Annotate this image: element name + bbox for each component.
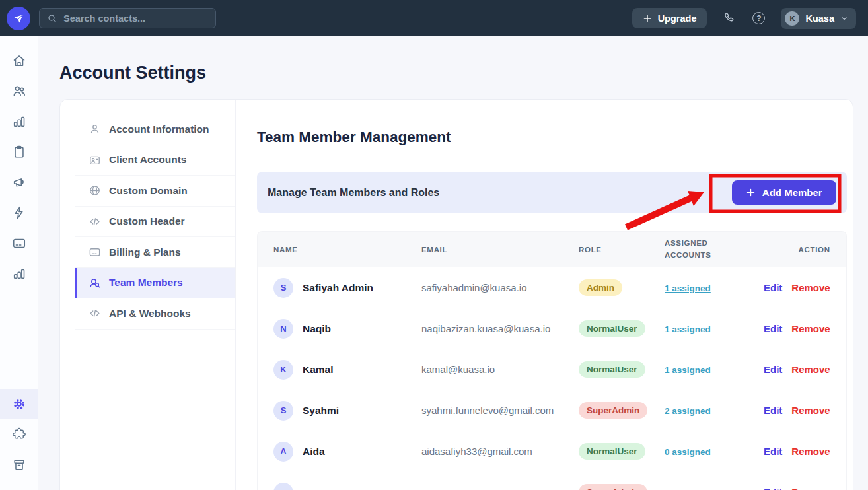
gear-icon[interactable]	[0, 389, 38, 419]
nav-label: API & Webhooks	[109, 308, 191, 320]
page-title: Account Settings	[59, 63, 206, 83]
section-heading: Team Member Management	[257, 129, 847, 146]
assigned-accounts-link[interactable]: 1 assigned	[665, 365, 711, 375]
member-email: safiyahadmin@kuasa.io	[421, 282, 579, 293]
column-action: ACTION	[764, 246, 830, 254]
nav-label: Billing & Plans	[109, 246, 181, 258]
nav-item-billing-plans[interactable]: Billing & Plans	[75, 237, 235, 268]
role-badge: Admin	[579, 279, 622, 296]
nav-item-account-information[interactable]: Account Information	[75, 114, 235, 145]
credit-card-icon[interactable]	[0, 228, 38, 258]
role-badge: SuperAdmin	[579, 484, 647, 490]
remove-link[interactable]: Remove	[791, 364, 830, 375]
user-menu[interactable]: K Kuasa	[781, 8, 856, 29]
plus-icon	[746, 188, 756, 197]
member-email: syahmi.funnelevo@gmail.com	[421, 405, 579, 416]
assigned-accounts-link[interactable]: 2 assigned	[665, 406, 711, 416]
assigned-accounts-link[interactable]: 1 assigned	[665, 283, 711, 293]
avatar	[273, 483, 293, 490]
globe-icon	[89, 184, 101, 197]
megaphone-icon[interactable]	[0, 167, 38, 197]
table-row: SuperAdmin Edit Remove	[258, 472, 846, 490]
edit-link[interactable]: Edit	[764, 487, 782, 490]
member-email: aidasafiyh33@gmail.com	[421, 446, 579, 457]
nav-label: Team Members	[109, 277, 183, 289]
topbar: Upgrade K Kuasa	[0, 0, 868, 36]
role-badge: NormalUser	[579, 443, 645, 460]
phone-icon[interactable]	[723, 11, 737, 25]
table-header: NAME EMAIL ROLE ASSIGNED ACCOUNTS ACTION	[258, 232, 846, 267]
upgrade-label: Upgrade	[658, 13, 697, 24]
member-email: kamal@kuasa.io	[421, 364, 579, 375]
member-name: Syahmi	[303, 405, 339, 417]
add-member-button[interactable]: Add Member	[732, 180, 836, 205]
team-member-content: Team Member Management Manage Team Membe…	[236, 100, 853, 490]
remove-link[interactable]: Remove	[791, 405, 830, 416]
nav-item-team-members[interactable]: Team Members	[75, 268, 235, 299]
member-name: Aida	[303, 446, 325, 458]
avatar: A	[273, 442, 293, 462]
paper-plane-icon	[13, 13, 24, 24]
search-icon	[47, 13, 57, 24]
client-card-icon	[89, 154, 101, 166]
person-icon	[89, 123, 101, 135]
nav-label: Account Information	[109, 123, 209, 135]
search-input[interactable]	[63, 13, 208, 24]
help-icon[interactable]	[752, 12, 765, 24]
contacts-icon[interactable]	[0, 76, 38, 106]
search-box[interactable]	[39, 8, 216, 28]
analytics-icon[interactable]	[0, 258, 38, 289]
bar-chart-icon[interactable]	[0, 106, 38, 137]
edit-link[interactable]: Edit	[764, 282, 782, 293]
column-role: ROLE	[579, 246, 665, 254]
remove-link[interactable]: Remove	[791, 323, 830, 334]
divider	[257, 155, 847, 155]
left-rail	[0, 36, 38, 490]
column-name: NAME	[273, 246, 421, 254]
code-icon	[89, 307, 101, 320]
credit-card-icon	[89, 246, 101, 258]
upgrade-button[interactable]: Upgrade	[632, 8, 707, 28]
assigned-accounts-link[interactable]: 0 assigned	[665, 447, 711, 457]
member-name: Kamal	[303, 364, 334, 376]
edit-link[interactable]: Edit	[764, 405, 782, 416]
plus-icon	[643, 14, 652, 23]
nav-item-custom-domain[interactable]: Custom Domain	[75, 176, 235, 207]
edit-link[interactable]: Edit	[764, 364, 782, 375]
remove-link[interactable]: Remove	[791, 446, 830, 457]
manage-banner: Manage Team Members and Roles Add Member	[257, 172, 847, 213]
nav-label: Custom Header	[109, 215, 185, 227]
role-badge: SuperAdmin	[579, 402, 647, 419]
settings-card: Account Information Client Accounts Cust…	[59, 99, 853, 490]
avatar: S	[273, 401, 293, 421]
table-row: N Naqib naqibazizan.kuasa@kuasa.io Norma…	[258, 308, 846, 349]
table-row: S Syahmi syahmi.funnelevo@gmail.com Supe…	[258, 390, 846, 431]
edit-link[interactable]: Edit	[764, 323, 782, 334]
nav-label: Custom Domain	[109, 185, 188, 197]
column-email: EMAIL	[421, 246, 579, 254]
puzzle-icon[interactable]	[0, 419, 38, 450]
team-icon	[89, 277, 101, 289]
nav-item-custom-header[interactable]: Custom Header	[75, 207, 235, 238]
app-logo[interactable]	[7, 7, 30, 30]
main-area: Account Settings Account Information Cli…	[38, 36, 868, 490]
remove-link[interactable]: Remove	[791, 282, 830, 293]
nav-item-client-accounts[interactable]: Client Accounts	[75, 145, 235, 176]
avatar: K	[273, 360, 293, 380]
user-avatar: K	[785, 11, 799, 26]
team-members-table: NAME EMAIL ROLE ASSIGNED ACCOUNTS ACTION…	[257, 231, 847, 490]
member-email: naqibazizan.kuasa@kuasa.io	[421, 323, 579, 334]
add-member-label: Add Member	[762, 187, 822, 198]
edit-link[interactable]: Edit	[764, 446, 782, 457]
home-icon[interactable]	[0, 46, 38, 76]
archive-icon[interactable]	[0, 450, 38, 480]
member-name: Safiyah Admin	[303, 282, 373, 294]
table-row: K Kamal kamal@kuasa.io NormalUser 1 assi…	[258, 349, 846, 390]
nav-item-api-webhooks[interactable]: API & Webhooks	[75, 298, 235, 330]
clipboard-icon[interactable]	[0, 137, 38, 167]
remove-link[interactable]: Remove	[791, 487, 830, 490]
role-badge: NormalUser	[579, 320, 645, 337]
table-row: S Safiyah Admin safiyahadmin@kuasa.io Ad…	[258, 267, 846, 308]
bolt-icon[interactable]	[0, 197, 38, 228]
assigned-accounts-link[interactable]: 1 assigned	[665, 324, 711, 334]
